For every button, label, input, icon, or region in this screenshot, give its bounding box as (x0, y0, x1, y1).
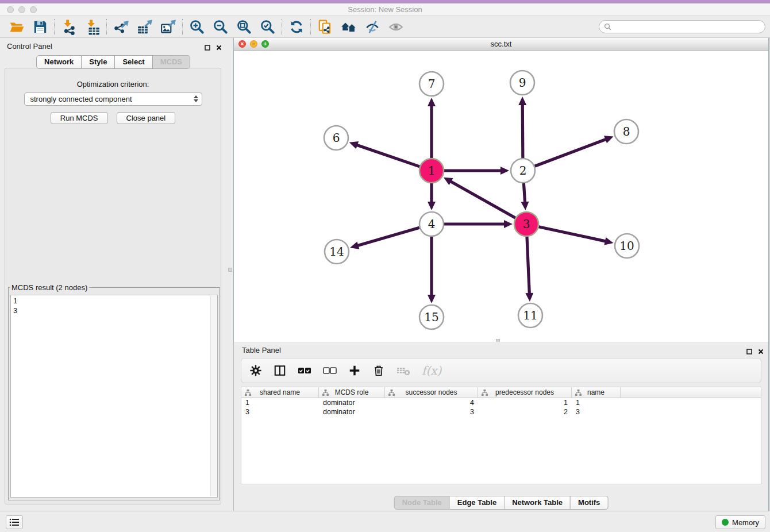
delete-column-icon[interactable] (372, 364, 385, 377)
import-network-button[interactable] (57, 17, 80, 37)
duplicate-network-button[interactable] (313, 17, 337, 37)
toolbar-separator (182, 19, 183, 35)
column-selector-icon[interactable] (274, 364, 286, 377)
network-window-titlebar[interactable]: × − + scc.txt (234, 38, 768, 51)
graph-node-label-8: 8 (623, 125, 630, 138)
graph-edge-arrow-2-3 (521, 202, 529, 210)
cell-name: 3 (572, 408, 621, 416)
graph-edge-1-6[interactable] (356, 145, 419, 167)
graph-edge-2-3[interactable] (523, 183, 525, 203)
tab-select[interactable]: Select (115, 55, 152, 69)
table-panel: Table Panel (233, 342, 769, 511)
table-panel-tabs: Node TableEdge TableNetwork TableMotifs (394, 496, 609, 510)
open-folder-icon (9, 19, 25, 35)
status-bar: Memory (0, 511, 770, 532)
zoom-out-button[interactable] (209, 17, 232, 37)
tab-network[interactable]: Network (36, 55, 82, 69)
zoom-in-button[interactable] (185, 17, 209, 37)
control-panel-title: Control Panel (7, 42, 52, 51)
hide-graphics-button (384, 17, 407, 37)
refresh-icon (288, 19, 305, 35)
graph-node-label-4: 4 (428, 217, 436, 231)
tab-motifs[interactable]: Motifs (571, 496, 608, 510)
control-panel-tabs: NetworkStyleSelectMCDS (36, 55, 190, 69)
hierarchy-icon (322, 390, 329, 398)
zoom-selected-button[interactable] (256, 17, 279, 37)
column-header-label: shared name (260, 388, 300, 396)
graph-edge-arrow-1-2 (500, 167, 509, 175)
graph-edge-2-8[interactable] (535, 139, 607, 167)
column-header-name[interactable]: name (572, 387, 621, 398)
settings-gear-icon[interactable] (249, 364, 262, 377)
table-panel-title: Table Panel (242, 346, 281, 354)
close-panel-icon[interactable] (216, 43, 222, 53)
graph-edge-arrow-4-3 (504, 220, 513, 228)
mcds-result-textarea[interactable]: 1 3 (10, 295, 218, 498)
column-header-shared-name[interactable]: shared name (241, 387, 319, 398)
graph-edge-4-14[interactable] (357, 228, 419, 246)
main-area: Control Panel NetworkStyleSelectMCDS Opt… (0, 38, 770, 511)
table-header-row: shared nameMCDS rolesuccessor nodesprede… (241, 387, 761, 398)
tab-edge-table[interactable]: Edge Table (450, 496, 505, 510)
criterion-dropdown[interactable]: strongly connected component (24, 92, 202, 106)
close-panel-icon[interactable] (758, 346, 764, 357)
column-header-label: name (587, 388, 605, 396)
graph-edge-arrow-4-14 (350, 241, 359, 249)
save-session-button[interactable] (28, 17, 52, 37)
zoom-fit-button[interactable] (232, 17, 256, 37)
graph-edge-2-9[interactable] (522, 103, 523, 158)
criterion-dropdown-value: strongly connected component (30, 95, 132, 103)
result-scrollbar[interactable] (210, 296, 217, 496)
add-column-icon[interactable] (348, 364, 361, 377)
column-header-label: MCDS role (335, 388, 369, 396)
cell-MCDS-role: dominator (319, 399, 385, 407)
deselect-all-icon[interactable] (323, 365, 337, 376)
float-panel-icon[interactable] (746, 346, 752, 357)
select-all-icon[interactable] (298, 365, 311, 376)
style-preview-button[interactable] (360, 17, 384, 37)
open-file-button[interactable] (5, 17, 28, 37)
memory-button[interactable]: Memory (715, 515, 765, 529)
table-row[interactable]: 1dominator411 (241, 398, 761, 407)
tab-mcds[interactable]: MCDS (153, 55, 190, 69)
search-box[interactable] (599, 20, 765, 33)
cell-name: 1 (572, 399, 621, 407)
column-header-MCDS-role[interactable]: MCDS role (319, 387, 385, 398)
tab-network-table[interactable]: Network Table (505, 496, 571, 510)
toolbar-separator (106, 19, 107, 35)
column-header-predecessor-nodes[interactable]: predecessor nodes (478, 387, 572, 398)
graph-node-label-15: 15 (424, 310, 438, 324)
graph-edge-arrow-2-9 (518, 97, 526, 105)
tab-node-table[interactable]: Node Table (394, 496, 450, 510)
apply-layout-button[interactable] (284, 17, 308, 37)
home-button[interactable] (337, 17, 360, 37)
graph-edge-3-10[interactable] (538, 227, 606, 242)
zoom-selected-icon (260, 19, 276, 35)
table-row[interactable]: 3dominator323 (241, 407, 761, 417)
mcds-result-text: 1 3 (11, 295, 217, 316)
float-panel-icon[interactable] (205, 43, 210, 53)
cell-successor-nodes: 4 (385, 399, 478, 407)
graph-edge-3-1[interactable] (449, 181, 515, 218)
column-header-successor-nodes[interactable]: successor nodes (385, 387, 478, 398)
export-image-button[interactable] (156, 17, 180, 37)
graph-edge-arrow-1-7 (428, 98, 436, 106)
close-panel-button[interactable]: Close panel (117, 112, 176, 124)
task-history-button[interactable] (6, 515, 23, 529)
export-table-button[interactable] (133, 17, 156, 37)
main-toolbar (0, 16, 770, 38)
control-panel: Control Panel NetworkStyleSelectMCDS Opt… (0, 38, 226, 511)
import-network-icon (61, 19, 77, 35)
run-mcds-button[interactable]: Run MCDS (51, 112, 108, 124)
import-table-button[interactable] (80, 17, 104, 37)
search-input[interactable] (614, 22, 760, 31)
tab-style[interactable]: Style (82, 55, 115, 69)
export-network-button[interactable] (109, 17, 133, 37)
toolbar-separator (282, 19, 282, 35)
network-canvas[interactable]: 1234678910111415 (234, 51, 768, 342)
splitter-grip[interactable] (228, 268, 232, 272)
graph-edge-arrow-3-10 (604, 237, 613, 245)
graph-edge-arrow-3-11 (525, 293, 533, 302)
cell-successor-nodes: 3 (385, 408, 478, 416)
graph-edge-3-11[interactable] (527, 237, 529, 295)
